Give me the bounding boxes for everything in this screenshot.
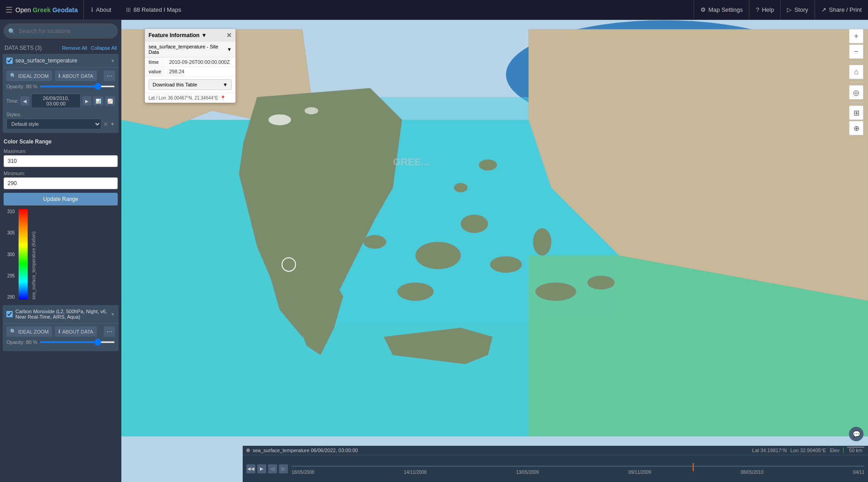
dataset-checkbox-2[interactable] — [6, 311, 13, 317]
svg-point-13 — [535, 282, 576, 301]
color-scale-section: Color Scale Range Maximum: 310 Minimum: … — [0, 135, 121, 305]
bottom-bar: sea_surface_temperature 06/06/2022, 03:0… — [243, 446, 868, 482]
help-button[interactable]: ? Help — [749, 0, 780, 19]
map-controls: + − ⌂ ◎ ⊞ ⊕ — [849, 29, 863, 135]
chat-button[interactable]: 💬 — [849, 427, 863, 441]
fi-value-row: value 298.24 — [145, 67, 235, 76]
bb-dataset-info: sea_surface_temperature 06/06/2022, 03:0… — [246, 448, 358, 453]
dataset-header-1[interactable]: sea_surface_temperature ▼ — [3, 54, 119, 67]
search-icon: 🔍 — [8, 28, 15, 34]
color-labels: 310 305 300 295 290 — [7, 209, 15, 300]
fi-header: Feature Information ▼ ✕ — [145, 29, 235, 42]
download-table-button[interactable]: Download this Table ▼ — [149, 79, 232, 90]
zoom-icon-2: 🔍 — [10, 329, 16, 334]
search-input[interactable] — [4, 24, 118, 38]
style-dropdown-icon[interactable]: ▼ — [110, 121, 115, 127]
fi-time-row: time 2010-09-26T00:00:00.000Z — [145, 57, 235, 67]
styles-label: Styles: — [6, 110, 115, 119]
color-bar — [19, 209, 28, 300]
svg-point-16 — [269, 115, 291, 125]
bb-info: sea_surface_temperature 06/06/2022, 03:0… — [243, 446, 868, 455]
info-icon-1: ℹ — [58, 73, 60, 79]
download-arrow-icon: ▼ — [223, 82, 228, 87]
tl-next-frame-button[interactable]: ▷ — [279, 464, 288, 473]
about-button[interactable]: ℹ About — [84, 0, 119, 19]
time-prev-button[interactable]: ◀ — [20, 96, 29, 105]
fi-dataset-dropdown[interactable]: sea_surface_temperature - Site Data ▼ — [145, 42, 235, 57]
minimum-input[interactable]: 290 — [4, 177, 118, 189]
time-line-button[interactable]: 📈 — [105, 96, 115, 105]
svg-point-11 — [364, 235, 386, 248]
dataset-arrow-2: ▼ — [110, 312, 115, 317]
control-row-1: 🔍 IDEAL ZOOM ℹ ABOUT DATA ⋯ — [6, 71, 115, 81]
update-range-button[interactable]: Update Range — [4, 193, 118, 205]
svg-point-17 — [305, 107, 318, 115]
info-icon: ℹ — [91, 6, 93, 13]
svg-point-9 — [479, 160, 497, 171]
tl-bar: 18/05/2008 14/11/2008 13/05/2009 09/11/2… — [292, 462, 864, 476]
opacity-slider-2[interactable] — [40, 341, 115, 343]
feature-info-title: Feature Information — [149, 32, 200, 38]
style-clear-button[interactable]: ✕ — [103, 121, 108, 128]
dataset-item-2: Carbon Monoxide (L2, 500hPa, Night, v6, … — [3, 305, 119, 351]
layers-button[interactable]: ⊞ — [849, 105, 863, 120]
feature-info-popup: Feature Information ▼ ✕ sea_surface_temp… — [145, 29, 235, 103]
dataset-item-1: sea_surface_temperature ▼ 🔍 IDEAL ZOOM ℹ… — [3, 54, 119, 133]
opacity-slider-1[interactable] — [40, 86, 115, 87]
measure-button[interactable]: ⊕ — [849, 121, 863, 135]
mc-separator-3 — [849, 102, 863, 103]
tl-prev-frame-button[interactable]: ◁ — [268, 464, 277, 473]
style-select[interactable]: Default style — [6, 119, 101, 129]
dataset-controls-2: 🔍 IDEAL ZOOM ℹ ABOUT DATA ⋯ Opacity: 80 … — [3, 323, 119, 351]
help-icon: ? — [756, 6, 759, 13]
about-data-button-1[interactable]: ℹ ABOUT DATA — [55, 71, 96, 81]
opacity-row-2: Opacity: 80 % — [6, 339, 115, 345]
zoom-icon: 🔍 — [10, 73, 16, 79]
dataset-checkbox-1[interactable] — [6, 57, 13, 64]
ideal-zoom-button-1[interactable]: 🔍 IDEAL ZOOM — [6, 71, 52, 81]
related-maps-button[interactable]: ⊞ 88 Related I Maps — [119, 0, 189, 19]
tl-line — [292, 466, 864, 467]
more-button-1[interactable]: ⋯ — [104, 71, 115, 81]
tl-prev-button[interactable]: ◀◀ — [246, 464, 255, 473]
remove-all-button[interactable]: Remove All — [62, 45, 87, 51]
map-settings-button[interactable]: ⚙ Map Settings — [694, 0, 749, 19]
zoom-out-button[interactable]: − — [849, 44, 863, 59]
zoom-in-button[interactable]: + — [849, 29, 863, 43]
bb-dot — [246, 449, 250, 452]
time-next-button[interactable]: ▶ — [82, 96, 91, 105]
time-chart-button[interactable]: 📊 — [93, 96, 103, 105]
timeline: ◀◀ ▶ ◁ ▷ 18/05/2008 14/11/2008 13/05/200… — [243, 455, 868, 482]
svg-point-5 — [416, 242, 461, 269]
dataset-header-2[interactable]: Carbon Monoxide (L2, 500hPa, Night, v6, … — [3, 305, 119, 323]
story-button[interactable]: ▷ Story — [780, 0, 814, 19]
share-print-button[interactable]: ↗ Share / Print — [815, 0, 868, 19]
map-area[interactable]: NORTH MACEDONIA GREE... Feature Informat… — [121, 20, 868, 482]
chat-icon: 💬 — [853, 430, 860, 438]
about-data-button-2[interactable]: ℹ ABOUT DATA — [55, 326, 96, 337]
search-box: 🔍 — [4, 24, 118, 38]
maximum-input[interactable]: 310 — [4, 155, 118, 167]
dataset-arrow-1: ▼ — [110, 58, 115, 63]
dataset-controls-1: 🔍 IDEAL ZOOM ℹ ABOUT DATA ⋯ Opacity: 80 … — [3, 67, 119, 133]
story-icon: ▷ — [787, 6, 791, 13]
bb-elev: Elev — [830, 448, 839, 453]
fi-dropdown-icon: ▼ — [201, 32, 207, 38]
share-icon: ↗ — [821, 6, 826, 13]
nav-right: ⚙ Map Settings ? Help ▷ Story ↗ Share / … — [694, 0, 868, 19]
fi-close-button[interactable]: ✕ — [226, 32, 232, 39]
datasets-header: DATA SETS (3) Remove All Collapse All — [0, 42, 121, 54]
minimum-label: Minimum: — [4, 171, 118, 176]
tl-controls: ◀◀ ▶ ◁ ▷ — [246, 464, 288, 473]
style-select-row: Default style ✕ ▼ — [6, 119, 115, 129]
tl-play-button[interactable]: ▶ — [257, 464, 266, 473]
locate-button[interactable]: ◎ — [849, 85, 863, 100]
svg-point-6 — [461, 215, 488, 233]
info-icon-2: ℹ — [58, 329, 60, 334]
collapse-all-button[interactable]: Collapse All — [91, 45, 117, 51]
time-display: 26/09/2010, 03:00:00 — [31, 94, 81, 108]
pin-icon: 📍 — [220, 95, 225, 100]
ideal-zoom-button-2[interactable]: 🔍 IDEAL ZOOM — [6, 326, 52, 337]
more-button-2[interactable]: ⋯ — [104, 326, 115, 337]
home-button[interactable]: ⌂ — [849, 65, 863, 79]
